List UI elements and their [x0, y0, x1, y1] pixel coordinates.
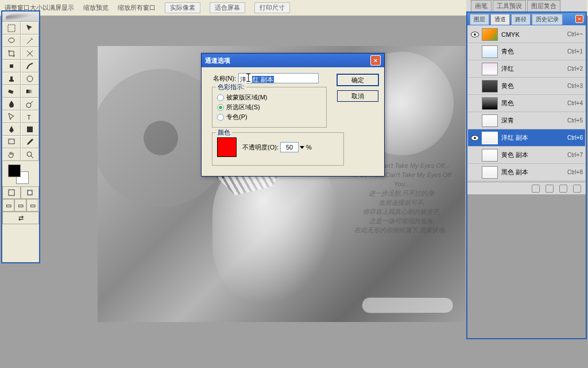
radio-masked[interactable]: 被蒙版区域(M): [217, 93, 322, 102]
opacity-input[interactable]: [280, 142, 299, 152]
channel-row[interactable]: 黄色 Ctrl+3: [468, 78, 585, 95]
channel-row[interactable]: 青色 Ctrl+1: [468, 43, 585, 60]
channel-thumbnail[interactable]: [482, 166, 498, 179]
blur-tool[interactable]: [2, 98, 21, 110]
tab-channels[interactable]: 通道: [490, 14, 510, 25]
palette-tab-brushes[interactable]: 画笔: [471, 0, 492, 12]
color-swatch[interactable]: [217, 137, 237, 157]
tab-history[interactable]: 历史记录: [532, 14, 563, 25]
panel-close-icon[interactable]: ×: [575, 15, 583, 23]
quickmask-mode-icon[interactable]: [21, 186, 39, 199]
toolbox-header[interactable]: [2, 12, 39, 22]
save-selection-icon[interactable]: [546, 185, 554, 193]
channel-row[interactable]: 黑色 副本 Ctrl+8: [468, 164, 585, 181]
close-icon[interactable]: ×: [370, 55, 381, 66]
type-tool[interactable]: T: [21, 110, 39, 123]
visibility-icon[interactable]: [470, 30, 479, 39]
name-input[interactable]: 洋红 副本: [238, 73, 319, 83]
visibility-icon[interactable]: [470, 133, 479, 143]
dialog-titlebar[interactable]: 通道选项 ×: [202, 53, 384, 67]
stamp-tool[interactable]: [2, 72, 21, 85]
history-brush-tool[interactable]: [21, 72, 39, 85]
radio-selected[interactable]: 所选区域(S): [217, 103, 322, 112]
svg-rect-13: [9, 190, 14, 195]
channel-shortcut: Ctrl+2: [567, 66, 583, 72]
panel-titlebar[interactable]: 图层 通道 路径 历史记录 ×: [467, 13, 586, 25]
channel-thumbnail[interactable]: [482, 149, 498, 162]
channel-thumbnail[interactable]: [482, 28, 498, 41]
channel-thumbnail[interactable]: [482, 114, 498, 127]
fit-screen-button[interactable]: 适合屏幕: [210, 2, 245, 13]
zoom-tool[interactable]: [21, 148, 39, 161]
channel-thumbnail[interactable]: [482, 97, 498, 110]
screen-standard-icon[interactable]: ▭: [2, 199, 14, 212]
channel-row[interactable]: 洋红 Ctrl+2: [468, 60, 585, 78]
visibility-icon[interactable]: [470, 99, 479, 108]
chevron-down-icon[interactable]: [300, 146, 304, 149]
tab-paths[interactable]: 路径: [511, 14, 531, 25]
channel-row[interactable]: 黑色 Ctrl+4: [468, 95, 585, 112]
load-selection-icon[interactable]: [532, 185, 540, 193]
screen-full-icon[interactable]: ▭: [26, 199, 38, 212]
panel-empty-area: [467, 194, 586, 338]
actual-pixels-button[interactable]: 实际像素: [165, 2, 200, 13]
notes-tool[interactable]: [2, 136, 21, 148]
channel-thumbnail[interactable]: [482, 132, 498, 144]
dodge-tool[interactable]: [21, 98, 39, 110]
pen-tool[interactable]: [2, 123, 21, 136]
new-channel-icon[interactable]: [559, 185, 567, 193]
visibility-icon[interactable]: [470, 151, 479, 160]
hand-tool[interactable]: [2, 148, 21, 161]
visibility-icon[interactable]: [470, 116, 479, 125]
channel-row[interactable]: 深青 Ctrl+5: [468, 112, 585, 129]
channel-row[interactable]: 黄色 副本 Ctrl+7: [468, 147, 585, 164]
palette-tab-layer-comps[interactable]: 图层复合: [527, 0, 560, 12]
channel-thumbnail[interactable]: [482, 63, 498, 75]
marquee-tool[interactable]: [2, 22, 21, 34]
svg-point-1: [9, 38, 14, 43]
delete-channel-icon[interactable]: [573, 185, 581, 193]
visibility-icon[interactable]: [470, 64, 479, 74]
channel-thumbnail[interactable]: [482, 80, 498, 93]
visibility-icon[interactable]: [470, 168, 479, 177]
options-cb2[interactable]: 缩放所有窗口: [118, 3, 156, 12]
palette-tab-tool-presets[interactable]: 工具预设: [493, 0, 526, 12]
channel-name: 黄色: [500, 82, 565, 90]
color-swatches[interactable]: [2, 161, 39, 186]
right-panels: 画笔 工具预设 图层复合 图层 通道 路径 历史记录 × CMYK Ctrl+~…: [466, 0, 587, 339]
visibility-icon[interactable]: [470, 82, 479, 91]
channel-shortcut: Ctrl+4: [567, 100, 583, 106]
svg-text:T: T: [27, 114, 31, 121]
print-size-button[interactable]: 打印尺寸: [254, 2, 290, 13]
foreground-color-swatch[interactable]: [8, 164, 21, 177]
ok-button[interactable]: 确定: [337, 74, 378, 86]
tab-layers[interactable]: 图层: [470, 14, 489, 25]
standard-mode-icon[interactable]: [2, 186, 21, 199]
brush-tool[interactable]: [21, 60, 39, 72]
channel-row[interactable]: CMYK Ctrl+~: [468, 26, 585, 43]
eraser-tool[interactable]: [2, 85, 21, 98]
channel-thumbnail[interactable]: [482, 45, 498, 58]
shape-tool[interactable]: [21, 123, 39, 136]
path-select-tool[interactable]: [2, 110, 21, 123]
group-legend-color: 颜色: [216, 128, 232, 137]
gradient-tool[interactable]: [21, 85, 39, 98]
wand-tool[interactable]: [21, 34, 39, 47]
heal-tool[interactable]: [2, 60, 21, 72]
radio-spot[interactable]: 专色(P): [217, 113, 322, 121]
color-indicates-group: 色彩指示: 被蒙版区域(M) 所选区域(S) 专色(P): [212, 87, 327, 128]
lasso-tool[interactable]: [2, 34, 21, 47]
move-tool[interactable]: [21, 22, 39, 34]
jump-to-imageready-icon[interactable]: ⇄: [2, 212, 39, 224]
channel-name: 黑色: [500, 99, 565, 108]
options-cb1[interactable]: 缩放预览: [83, 3, 109, 12]
visibility-icon[interactable]: [470, 47, 479, 56]
channel-name: CMYK: [500, 31, 565, 38]
crop-tool[interactable]: [2, 47, 21, 60]
cancel-button[interactable]: 取消: [337, 90, 378, 102]
screen-full-menu-icon[interactable]: ▭: [14, 199, 26, 212]
toolbox: T ▭ ▭ ▭ ⇄: [1, 10, 40, 263]
eyedropper-tool[interactable]: [21, 136, 39, 148]
channel-row[interactable]: 洋红 副本 Ctrl+6: [468, 129, 585, 147]
slice-tool[interactable]: [21, 47, 39, 60]
